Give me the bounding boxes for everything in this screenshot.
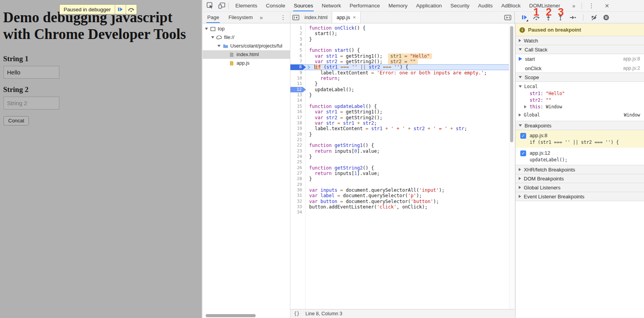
- close-tab-icon[interactable]: ×: [353, 14, 356, 20]
- editor-vertical-scrollbar[interactable]: [510, 26, 513, 142]
- line-gutter-4[interactable]: 4: [290, 42, 305, 48]
- pause-on-exceptions-button[interactable]: [602, 14, 610, 21]
- deactivate-breakpoints-button[interactable]: [590, 14, 598, 21]
- pretty-print-button[interactable]: {}: [294, 311, 299, 316]
- devtools-menu-button[interactable]: ⋮: [586, 2, 597, 9]
- banner-step-over-button[interactable]: [126, 5, 137, 14]
- line-gutter-29[interactable]: 29: [290, 182, 305, 187]
- inspect-element-button[interactable]: [206, 2, 214, 10]
- tree-item-app-js[interactable]: app.js: [203, 59, 290, 67]
- tree-item-file[interactable]: file://: [203, 33, 290, 42]
- line-gutter-30[interactable]: 30: [290, 187, 305, 193]
- concat-button[interactable]: Concat: [4, 116, 29, 125]
- section-header-xhr-fetch-breakpoints[interactable]: XHR/fetch Breakpoints: [516, 165, 644, 174]
- line-gutter-3[interactable]: 3: [290, 37, 305, 42]
- line-number-31[interactable]: 31: [290, 193, 305, 198]
- tab-application[interactable]: Application: [412, 0, 446, 11]
- breakpoint-marker-12[interactable]: 12: [290, 87, 306, 92]
- banner-resume-button[interactable]: [115, 5, 126, 14]
- breakpoint-entry-app-js-12[interactable]: ✓app.js:12updateLabel();: [516, 148, 644, 165]
- line-number-11[interactable]: 11: [290, 81, 305, 87]
- call-stack-frame-onclick[interactable]: onClickapp.js:2: [516, 64, 644, 73]
- line-gutter-6[interactable]: 6: [290, 53, 305, 59]
- line-number-4[interactable]: 4: [290, 42, 305, 48]
- tree-item-index-html[interactable]: index.html: [203, 50, 290, 59]
- file-tab-app-js[interactable]: app.js×: [332, 12, 360, 23]
- line-number-27[interactable]: 27: [290, 171, 305, 176]
- line-number-16[interactable]: 16: [290, 109, 305, 115]
- line-number-23[interactable]: 23: [290, 148, 305, 154]
- file-tab-index-html[interactable]: index.html: [300, 12, 332, 23]
- line-gutter-24[interactable]: 24: [290, 154, 305, 159]
- line-number-30[interactable]: 30: [290, 187, 305, 193]
- more-tabs-button[interactable]: »: [570, 3, 578, 9]
- line-number-24[interactable]: 24: [290, 154, 305, 159]
- line-gutter-25[interactable]: 25: [290, 159, 305, 165]
- line-gutter-16[interactable]: 16: [290, 109, 305, 115]
- line-number-7[interactable]: 7: [290, 59, 305, 64]
- line-gutter-5[interactable]: 5: [290, 48, 305, 53]
- breakpoint-checkbox[interactable]: ✓: [520, 133, 526, 139]
- line-gutter-23[interactable]: 23: [290, 148, 305, 154]
- line-gutter-13[interactable]: 13: [290, 92, 305, 98]
- tab-console[interactable]: Console: [262, 0, 290, 11]
- line-gutter-2[interactable]: 2: [290, 31, 305, 36]
- tab-network[interactable]: Network: [317, 0, 345, 11]
- line-gutter-31[interactable]: 31: [290, 193, 305, 198]
- code-area[interactable]: 1function onClick() {2 start();3}45funct…: [290, 23, 509, 309]
- line-gutter-26[interactable]: 26: [290, 165, 305, 171]
- scope-section-header[interactable]: Scope: [516, 72, 644, 82]
- line-number-9[interactable]: 9: [290, 70, 305, 76]
- line-gutter-19[interactable]: 19: [290, 126, 305, 131]
- string1-input[interactable]: [4, 66, 59, 79]
- line-number-21[interactable]: 21: [290, 137, 305, 143]
- line-gutter-22[interactable]: 22: [290, 143, 305, 148]
- tree-item-top[interactable]: top: [203, 25, 290, 33]
- line-number-22[interactable]: 22: [290, 143, 305, 148]
- line-number-26[interactable]: 26: [290, 165, 305, 171]
- device-toolbar-button[interactable]: [217, 2, 226, 10]
- line-gutter-1[interactable]: 1: [290, 25, 305, 31]
- line-gutter-9[interactable]: 9: [290, 70, 305, 76]
- line-number-14[interactable]: 14: [290, 98, 305, 103]
- navigator-menu-button[interactable]: ⋮: [278, 14, 288, 21]
- tab-security[interactable]: Security: [446, 0, 474, 11]
- navigator-tab-page[interactable]: Page: [203, 12, 224, 23]
- tab-performance[interactable]: Performance: [345, 0, 384, 11]
- line-gutter-12[interactable]: 12: [290, 87, 305, 92]
- scope-variable-str1[interactable]: str1: "Hello": [516, 90, 644, 97]
- line-number-17[interactable]: 17: [290, 115, 305, 120]
- line-gutter-8[interactable]: 8: [290, 64, 305, 70]
- line-gutter-15[interactable]: 15: [290, 104, 305, 109]
- watch-section-header[interactable]: Watch: [516, 36, 644, 45]
- line-gutter-32[interactable]: 32: [290, 199, 305, 204]
- collapse-navigator-button[interactable]: [292, 12, 300, 23]
- line-number-33[interactable]: 33: [290, 204, 305, 210]
- scope-global-group[interactable]: Global Window: [516, 110, 644, 120]
- string2-input[interactable]: [4, 97, 59, 110]
- section-header-event-listener-breakpoints[interactable]: Event Listener Breakpoints: [516, 192, 644, 201]
- step-button[interactable]: [569, 14, 576, 21]
- tab-elements[interactable]: Elements: [231, 0, 262, 11]
- scope-variable-this[interactable]: this: Window: [516, 103, 644, 110]
- devtools-close-button[interactable]: ✕: [602, 3, 612, 9]
- line-gutter-28[interactable]: 28: [290, 176, 305, 182]
- line-number-13[interactable]: 13: [290, 92, 305, 98]
- tab-memory[interactable]: Memory: [384, 0, 412, 11]
- breakpoint-entry-app-js-8[interactable]: ✓app.js:8if (str1 === '' || str2 === '')…: [516, 130, 644, 148]
- line-gutter-27[interactable]: 27: [290, 171, 305, 176]
- line-number-1[interactable]: 1: [290, 25, 305, 31]
- navigator-tab-filesystem[interactable]: Filesystem: [224, 12, 257, 23]
- line-gutter-21[interactable]: 21: [290, 137, 305, 143]
- line-number-15[interactable]: 15: [290, 104, 305, 109]
- toggle-debugger-sidebar-button[interactable]: [503, 12, 512, 23]
- line-number-10[interactable]: 10: [290, 76, 305, 81]
- line-number-25[interactable]: 25: [290, 159, 305, 165]
- breakpoints-section-header[interactable]: Breakpoints: [516, 121, 644, 130]
- tree-item-users-colant-projects-ful[interactable]: Users/colant/projects/ful: [203, 42, 290, 50]
- line-number-19[interactable]: 19: [290, 126, 305, 131]
- line-gutter-33[interactable]: 33: [290, 204, 305, 210]
- breakpoint-checkbox[interactable]: ✓: [520, 150, 526, 156]
- line-number-3[interactable]: 3: [290, 37, 305, 42]
- scope-variable-str2[interactable]: str2: "": [516, 97, 644, 104]
